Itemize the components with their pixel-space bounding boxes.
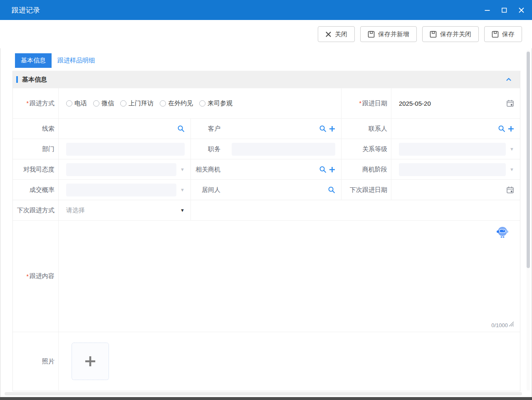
radio-icon <box>66 100 72 107</box>
row-follow-content: * 跟进内容 0/1000 <box>13 221 520 332</box>
customer-icons <box>319 125 335 132</box>
window-controls <box>484 7 525 13</box>
calendar-icon[interactable] <box>506 99 514 107</box>
follow-date-value: 2025-05-20 <box>399 100 431 107</box>
position-field <box>224 139 341 159</box>
follow-content-textarea[interactable]: 0/1000 <box>59 221 520 332</box>
next-follow-method-select[interactable]: 请选择 ▼ <box>66 206 185 214</box>
section-header: 基本信息 <box>13 71 520 88</box>
close-button[interactable]: 关闭 <box>318 26 355 42</box>
char-counter: 0/1000 <box>491 322 508 328</box>
close-button-label: 关闭 <box>335 30 347 38</box>
minimize-icon[interactable] <box>484 7 490 13</box>
close-icon[interactable] <box>518 7 525 13</box>
section-title: 基本信息 <box>22 76 505 84</box>
lead-label: 线索 <box>13 119 59 139</box>
photo-upload-button[interactable] <box>72 343 109 380</box>
chevron-down-icon: ▼ <box>180 208 185 213</box>
customer-field[interactable] <box>224 119 341 139</box>
save-icon <box>492 31 499 38</box>
ai-robot-icon[interactable] <box>496 226 509 241</box>
follow-content-label-text: 跟进内容 <box>30 272 54 280</box>
radio-visit[interactable]: 上门拜访 <box>120 99 153 107</box>
close-x-icon <box>325 31 332 37</box>
window-bottom-edge <box>0 397 532 400</box>
horizontal-scrollbar[interactable] <box>5 392 522 395</box>
attitude-label: 对我司态度 <box>13 159 59 179</box>
relation-level-label: 关系等级 <box>341 139 391 159</box>
save-icon <box>368 31 375 38</box>
row-next-follow-method: 下次跟进方式 请选择 ▼ <box>13 200 520 221</box>
intermediary-field[interactable] <box>224 180 341 200</box>
radio-company-visit-label: 来司参观 <box>208 99 233 107</box>
radio-wechat-label: 微信 <box>101 99 114 107</box>
next-follow-method-label: 下次跟进方式 <box>13 200 59 220</box>
empty-cell <box>191 200 520 220</box>
save-button[interactable]: 保存 <box>484 26 522 42</box>
opportunity-field[interactable] <box>224 159 341 179</box>
radio-visit-label: 上门拜访 <box>129 99 153 107</box>
chevron-down-icon: ▼ <box>180 187 185 192</box>
tab-sample-detail[interactable]: 跟进样品明细 <box>52 53 101 68</box>
search-icon[interactable] <box>319 166 327 173</box>
relation-level-field: ▼ <box>391 139 520 159</box>
contact-label: 联系人 <box>341 119 391 139</box>
search-icon[interactable] <box>319 125 327 132</box>
contact-icons <box>498 125 514 132</box>
resize-grip-icon[interactable] <box>509 321 514 328</box>
chevron-down-icon: ▼ <box>510 167 514 172</box>
opportunity-stage-select <box>399 163 506 176</box>
follow-content-label: * 跟进内容 <box>13 221 59 332</box>
radio-meet-outside[interactable]: 在外约见 <box>160 99 193 107</box>
photo-field <box>59 332 520 390</box>
opportunity-stage-field: ▼ <box>391 159 520 179</box>
opportunity-stage-label: 商机阶段 <box>341 159 391 179</box>
deal-probability-field: ▼ <box>59 180 191 200</box>
vertical-scrollbar-thumb[interactable] <box>527 52 530 268</box>
department-input <box>66 143 185 156</box>
deal-probability-label: 成交概率 <box>13 180 59 200</box>
attitude-select <box>66 163 176 176</box>
intermediary-label: 居间人 <box>191 180 224 200</box>
follow-method-label-text: 跟进方式 <box>30 99 54 107</box>
add-icon[interactable] <box>508 126 514 132</box>
radio-phone-label: 电话 <box>74 99 87 107</box>
chevron-down-icon: ▼ <box>510 147 514 152</box>
radio-wechat[interactable]: 微信 <box>93 99 114 107</box>
save-and-close-button[interactable]: 保存并关闭 <box>422 26 479 42</box>
position-label: 职务 <box>191 139 224 159</box>
attitude-field: ▼ <box>59 159 191 179</box>
radio-company-visit[interactable]: 来司参观 <box>199 99 233 107</box>
follow-date-field[interactable]: 2025-05-20 <box>391 88 520 118</box>
calendar-icon[interactable] <box>506 186 514 194</box>
title-bar: 跟进记录 <box>0 0 532 20</box>
contact-field[interactable] <box>391 119 520 139</box>
search-icon[interactable] <box>177 125 185 132</box>
add-icon[interactable] <box>329 166 335 173</box>
radio-phone[interactable]: 电话 <box>66 99 87 107</box>
section-accent-bar <box>16 76 18 83</box>
next-follow-method-field[interactable]: 请选择 ▼ <box>59 200 191 220</box>
required-mark: * <box>27 100 29 107</box>
vertical-scrollbar[interactable] <box>527 50 530 390</box>
follow-date-label-text: 跟进日期 <box>362 99 387 107</box>
next-follow-date-label: 下次跟进日期 <box>341 180 391 200</box>
next-follow-date-field[interactable] <box>391 180 520 200</box>
save-label: 保存 <box>502 30 515 38</box>
tab-basic-info[interactable]: 基本信息 <box>15 53 52 68</box>
search-icon[interactable] <box>498 125 505 132</box>
maximize-icon[interactable] <box>501 7 507 13</box>
search-icon[interactable] <box>328 186 335 194</box>
radio-meet-outside-label: 在外约见 <box>168 99 193 107</box>
radio-icon <box>120 100 126 107</box>
collapse-section-button[interactable] <box>505 76 512 83</box>
window-title: 跟进记录 <box>12 5 40 15</box>
add-icon[interactable] <box>329 126 335 132</box>
row-lead: 线索 客户 联系人 <box>13 119 520 139</box>
select-placeholder: 请选择 <box>66 206 85 214</box>
save-and-new-button[interactable]: 保存并新增 <box>360 26 417 42</box>
toolbar: 关闭 保存并新增 保存并关闭 保存 <box>0 20 532 48</box>
radio-icon <box>93 100 99 107</box>
save-and-close-label: 保存并关闭 <box>440 30 471 38</box>
lead-field[interactable] <box>59 119 191 139</box>
